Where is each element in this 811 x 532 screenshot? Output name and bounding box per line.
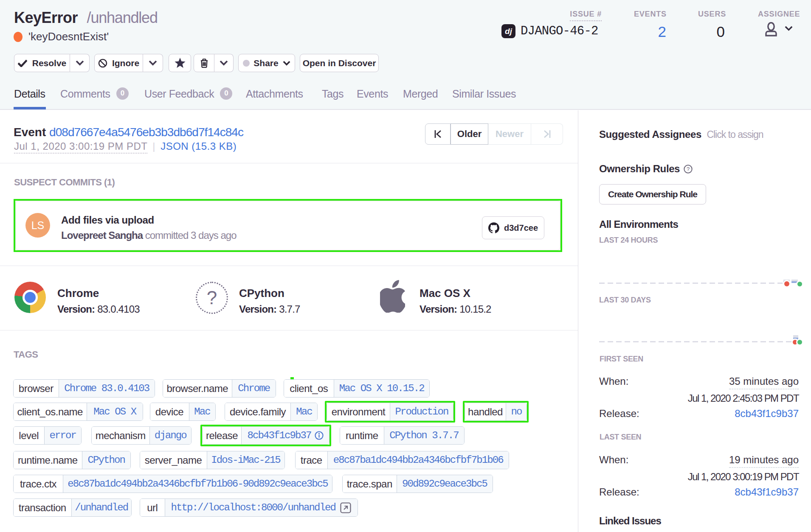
svg-text:?: ? [687,166,690,172]
